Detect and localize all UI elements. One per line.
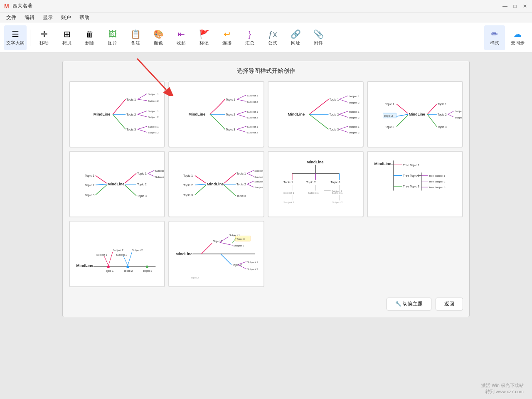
svg-text:Tree Topic 2: Tree Topic 2 (403, 174, 419, 177)
svg-line-108 (247, 184, 254, 187)
menu-account[interactable]: 账户 (57, 13, 75, 22)
svg-text:Subject 2: Subject 2 (349, 101, 360, 104)
menu-help[interactable]: 帮助 (75, 13, 94, 22)
svg-line-38 (309, 99, 328, 114)
svg-line-106 (247, 181, 254, 184)
svg-text:Subject 2: Subject 2 (155, 175, 164, 178)
svg-line-13 (138, 114, 147, 117)
svg-text:Topic 3: Topic 3 (137, 194, 147, 198)
menu-file[interactable]: 文件 (2, 13, 20, 22)
svg-text:Subject 1: Subject 1 (308, 191, 319, 194)
svg-line-96 (195, 185, 206, 195)
tool-url[interactable]: 🔗 网址 (285, 25, 306, 50)
svg-line-94 (195, 184, 206, 185)
tool-collapse[interactable]: ⇤ 收起 (171, 25, 192, 50)
tool-image[interactable]: 🖼 图片 (102, 25, 123, 50)
svg-text:Topic 1: Topic 1 (236, 172, 246, 175)
tool-clone[interactable]: ⊞ 拷贝 (57, 25, 77, 50)
svg-text:Subject 2: Subject 2 (247, 116, 258, 119)
templates-grid-row2: MindLine Topic 1 Topic 2 Topic 3 Topic 1… (69, 151, 463, 217)
switch-theme-button[interactable]: 🔧 切换主题 (387, 298, 431, 310)
summary-icon: } (249, 30, 251, 39)
summary-label: 汇总 (245, 40, 254, 46)
svg-text:Tree Subject 1: Tree Subject 1 (429, 174, 446, 177)
tool-outline[interactable]: ☰ 文字大纲 (4, 25, 27, 50)
svg-line-25 (237, 99, 246, 101)
template-card-6[interactable]: MindLine Topic 1 Topic 2 Topic 3 Topic 1… (168, 151, 264, 217)
app-icon: M (4, 3, 9, 10)
tool-formula[interactable]: ƒx 公式 (262, 25, 283, 50)
tool-connect[interactable]: ↩ 连接 (217, 25, 237, 50)
menu-view[interactable]: 显示 (39, 13, 57, 22)
svg-line-23 (237, 95, 246, 99)
svg-text:Subject 1: Subject 1 (148, 110, 159, 113)
svg-text:Topic 2: Topic 2 (330, 113, 339, 116)
tool-note[interactable]: 📋 备注 (125, 25, 146, 50)
maximize-button[interactable]: □ (512, 3, 518, 9)
collapse-icon: ⇤ (178, 29, 185, 39)
close-button[interactable]: ✕ (522, 3, 528, 9)
svg-line-52 (339, 126, 348, 129)
svg-text:Topic 2: Topic 2 (85, 183, 94, 187)
svg-text:Topic 3: Topic 3 (236, 194, 246, 198)
template-card-8[interactable]: MindLine Tree Topic 1 Tree Topic 2 (367, 151, 463, 217)
template-card-9[interactable]: MindLine Topic 1 Topic 2 Topic 3 Subject… (69, 221, 165, 287)
template-empty-4 (367, 221, 463, 287)
title-bar: M 四大名著 — □ ✕ (0, 0, 532, 12)
svg-text:Subject 1: Subject 1 (155, 169, 164, 172)
svg-text:Topic 1: Topic 1 (283, 180, 293, 184)
red-arrow (129, 54, 179, 96)
svg-line-35 (237, 129, 246, 132)
minimize-button[interactable]: — (502, 3, 508, 9)
svg-text:Topic 2: Topic 2 (438, 113, 447, 116)
menu-edit[interactable]: 编辑 (20, 13, 39, 22)
svg-text:Subject 2: Subject 2 (247, 100, 258, 103)
tool-style[interactable]: ✏ 样式 (484, 25, 505, 50)
mark-icon: 🚩 (199, 29, 209, 39)
tool-move[interactable]: ✛ 移动 (34, 25, 54, 50)
template-card-7[interactable]: MindLine Topic 1 Topic 2 Topic 3 (268, 151, 364, 217)
svg-line-40 (339, 96, 348, 99)
tool-sync[interactable]: ☁ 云同步 (507, 25, 528, 50)
tool-attach[interactable]: 📎 附件 (308, 25, 329, 50)
move-icon: ✛ (41, 29, 48, 39)
svg-text:Topic 2: Topic 2 (126, 113, 136, 116)
svg-line-1 (137, 59, 166, 90)
tool-delete[interactable]: 🗑 删除 (79, 25, 100, 50)
template-card-2[interactable]: MindLine Topic 1 Subject 1 Subject 2 Top… (168, 81, 264, 148)
svg-text:Subject 2: Subject 2 (148, 99, 159, 102)
tool-mark[interactable]: 🚩 标记 (194, 25, 214, 50)
url-label: 网址 (291, 40, 300, 46)
svg-text:Topic 1: Topic 1 (104, 269, 114, 273)
svg-line-102 (247, 173, 254, 176)
svg-line-57 (397, 104, 408, 113)
svg-text:MindLine: MindLine (288, 112, 305, 116)
template-card-3[interactable]: MindLine Topic 1 Subject 1 Subject 2 Top… (268, 81, 364, 148)
svg-line-75 (96, 175, 107, 183)
template-card-10[interactable]: MindLine Topic 1 Subject 1 Subject 2 Top… (168, 221, 264, 287)
svg-line-158 (104, 256, 108, 266)
attach-label: 附件 (314, 40, 323, 46)
tool-color[interactable]: 🎨 颜色 (148, 25, 169, 50)
template-card-5[interactable]: MindLine Topic 1 Topic 2 Topic 3 Topic 1… (69, 151, 165, 217)
back-button[interactable]: 返回 (436, 298, 463, 310)
svg-text:Subject 2: Subject 2 (148, 131, 159, 134)
svg-line-81 (125, 173, 136, 183)
svg-text:Topic 3: Topic 3 (226, 128, 235, 131)
svg-text:Subject 1: Subject 1 (247, 125, 258, 128)
svg-text:Topic 2: Topic 2 (137, 182, 147, 186)
svg-line-30 (237, 114, 246, 117)
svg-line-89 (125, 185, 136, 196)
svg-line-50 (309, 114, 328, 129)
sync-icon: ☁ (513, 29, 522, 39)
svg-text:Subject 2: Subject 2 (332, 201, 343, 204)
connect-icon: ↩ (224, 29, 231, 39)
tool-summary[interactable]: } 汇总 (239, 25, 260, 50)
style-icon: ✏ (491, 29, 498, 39)
svg-point-152 (107, 266, 110, 268)
svg-line-174 (221, 254, 232, 265)
svg-text:Topic 3: Topic 3 (331, 180, 340, 184)
svg-text:MindLine: MindLine (374, 162, 391, 166)
template-card-4[interactable]: MindLine Topic 1 Topic 2 Topic 3 Topic 1… (367, 81, 463, 148)
svg-line-54 (339, 129, 348, 132)
